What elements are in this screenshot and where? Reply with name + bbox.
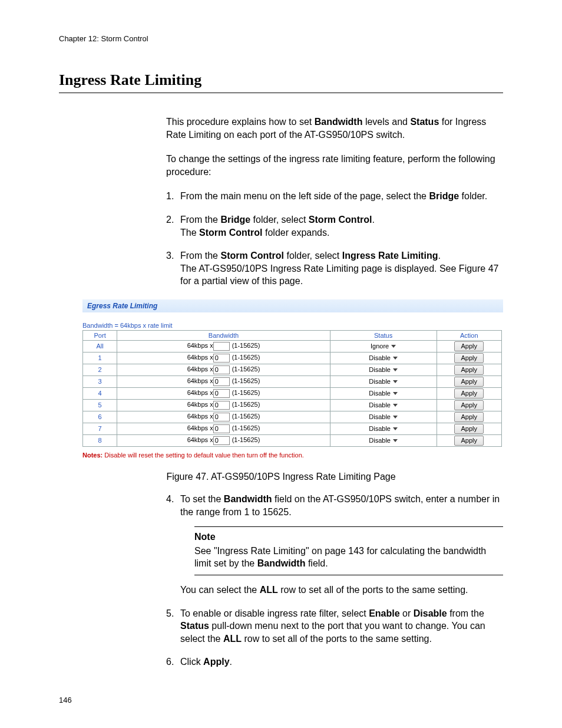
col-header-port: Port — [83, 330, 117, 340]
port-cell: 6 — [83, 411, 117, 423]
apply-button[interactable]: Apply — [454, 412, 484, 422]
list-item: 4. To set the Bandwidth field on the AT-… — [166, 493, 503, 597]
status-dropdown[interactable]: Disable — [369, 425, 398, 432]
bandwidth-input[interactable]: 0 — [213, 389, 230, 398]
action-cell: Apply — [437, 352, 502, 364]
apply-button[interactable]: Apply — [454, 365, 484, 375]
status-label: Disable — [369, 366, 391, 373]
bandwidth-range: (1-15625) — [232, 365, 260, 373]
text-bold: Notes: — [82, 452, 103, 459]
after-note-text: You can select the ALL row to set all of… — [180, 584, 503, 597]
text: From the — [180, 215, 220, 225]
bandwidth-cell: 64kbps x 0(1-15625) — [117, 364, 330, 375]
bandwidth-input[interactable]: 0 — [213, 401, 230, 410]
bandwidth-input[interactable]: 0 — [213, 424, 230, 433]
status-dropdown[interactable]: Disable — [369, 378, 398, 385]
status-label: Disable — [369, 437, 391, 444]
text: To enable or disable ingress rate filter… — [180, 608, 369, 618]
bandwidth-input[interactable]: 0 — [213, 354, 230, 363]
action-cell: Apply — [437, 375, 502, 387]
procedure-list-top: 1. From the main menu on the left side o… — [166, 190, 503, 288]
apply-button[interactable]: Apply — [454, 377, 484, 387]
table-row: 564kbps x 0(1-15625)DisableApply — [83, 399, 502, 411]
status-label: Disable — [369, 413, 391, 420]
figure-subcaption: Bandwidth = 64kbps x rate limit — [82, 322, 503, 329]
bandwidth-prefix: 64kbps x — [187, 389, 213, 396]
text: The AT-GS950/10PS Ingress Rate Limiting … — [180, 263, 498, 286]
text: . — [230, 657, 232, 667]
bandwidth-input[interactable] — [213, 342, 230, 351]
text: You can select the — [180, 585, 260, 595]
apply-button[interactable]: Apply — [454, 436, 484, 446]
status-label: Disable — [369, 354, 391, 361]
status-dropdown[interactable]: Disable — [369, 366, 398, 373]
list-item: 1. From the main menu on the left side o… — [166, 190, 503, 203]
text-bold: Enable — [369, 608, 399, 618]
text-bold: Status — [180, 621, 209, 631]
text: From the main menu on the left side of t… — [180, 191, 429, 201]
text: from the — [447, 608, 484, 618]
rate-limiting-table: Port Bandwidth Status Action All64kbps x… — [82, 330, 502, 447]
status-cell: Disable — [330, 387, 437, 399]
table-row: All64kbps x (1-15625)IgnoreApply — [83, 340, 502, 352]
status-label: Ignore — [371, 342, 389, 350]
status-cell: Disable — [330, 411, 437, 423]
action-cell: Apply — [437, 387, 502, 399]
apply-button[interactable]: Apply — [454, 424, 484, 434]
bandwidth-input[interactable]: 0 — [213, 413, 230, 421]
table-row: 764kbps x 0(1-15625)DisableApply — [83, 423, 502, 434]
list-item: 5. To enable or disable ingress rate fil… — [166, 607, 503, 645]
status-cell: Ignore — [330, 340, 437, 352]
text: folder. — [459, 191, 487, 201]
list-text: To set the Bandwidth field on the AT-GS9… — [180, 493, 503, 597]
bandwidth-input[interactable]: 0 — [213, 377, 230, 386]
bandwidth-range: (1-15625) — [232, 377, 260, 384]
status-cell: Disable — [330, 423, 437, 434]
apply-button[interactable]: Apply — [454, 353, 484, 363]
figure-title-bar: Egress Rate Limiting — [82, 299, 503, 312]
status-dropdown[interactable]: Disable — [369, 413, 398, 420]
text-bold: Apply — [203, 657, 229, 667]
bandwidth-range: (1-15625) — [232, 401, 260, 408]
text: To set the — [180, 494, 224, 504]
figure-notes: Notes: Disable will reset the setting to… — [82, 452, 503, 459]
bandwidth-input[interactable]: 0 — [213, 365, 230, 374]
status-dropdown[interactable]: Disable — [369, 390, 398, 397]
bandwidth-input[interactable]: 0 — [213, 436, 230, 445]
procedure-list-bottom: 4. To set the Bandwidth field on the AT-… — [166, 493, 503, 668]
action-cell: Apply — [437, 399, 502, 411]
apply-button[interactable]: Apply — [454, 400, 484, 410]
port-cell: 2 — [83, 364, 117, 375]
action-cell: Apply — [437, 364, 502, 375]
action-cell: Apply — [437, 411, 502, 423]
chevron-down-icon — [391, 345, 396, 348]
chevron-down-icon — [393, 380, 398, 383]
apply-button[interactable]: Apply — [454, 388, 484, 398]
table-row: 264kbps x 0(1-15625)DisableApply — [83, 364, 502, 375]
status-dropdown[interactable]: Disable — [369, 401, 398, 409]
list-number: 1. — [166, 190, 180, 203]
status-dropdown[interactable]: Disable — [369, 437, 398, 444]
apply-button[interactable]: Apply — [454, 341, 484, 351]
text-bold: Disable — [414, 608, 447, 618]
status-dropdown[interactable]: Ignore — [371, 342, 396, 350]
status-cell: Disable — [330, 434, 437, 446]
bandwidth-cell: 64kbps x 0(1-15625) — [117, 399, 330, 411]
list-item: 2. From the Bridge folder, select Storm … — [166, 213, 503, 239]
list-text: From the Storm Control folder, select In… — [180, 249, 503, 288]
table-row: 164kbps x 0(1-15625)DisableApply — [83, 352, 502, 364]
text-bold: Bandwidth — [257, 558, 306, 568]
port-cell: 8 — [83, 434, 117, 446]
bandwidth-range: (1-15625) — [232, 436, 260, 443]
col-header-action: Action — [437, 330, 502, 340]
bandwidth-cell: 64kbps x (1-15625) — [117, 340, 330, 352]
text: . — [372, 215, 374, 225]
col-header-status: Status — [330, 330, 437, 340]
status-dropdown[interactable]: Disable — [369, 354, 398, 361]
port-cell: 4 — [83, 387, 117, 399]
text: Click — [180, 657, 203, 667]
text: See "Ingress Rate Limiting" on page 143 … — [194, 546, 486, 569]
section-title: Ingress Rate Limiting — [59, 71, 503, 93]
text: row to set all of the ports to the same … — [278, 585, 468, 595]
text: folder expands. — [263, 228, 330, 238]
